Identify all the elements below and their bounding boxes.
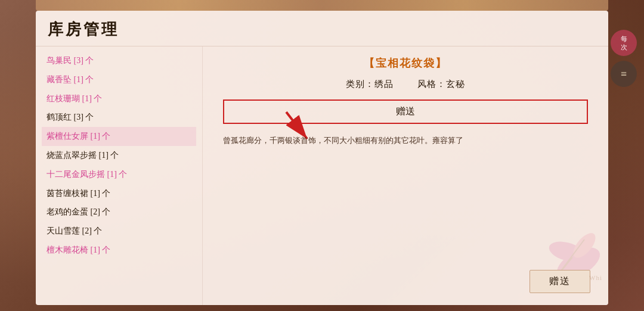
item-name: 宝相花纹袋: [376, 57, 435, 69]
flower-button[interactable]: 每次: [611, 30, 637, 56]
flower-btn-text: 每次: [621, 35, 627, 52]
list-item[interactable]: 老鸡的金蛋 [2] 个: [42, 203, 196, 222]
list-item[interactable]: 天山雪莲 [2] 个: [42, 222, 196, 241]
menu-button[interactable]: ≡: [611, 61, 637, 87]
style-label: 风格：玄秘: [417, 79, 465, 90]
list-item[interactable]: 檀木雕花椅 [1] 个: [42, 241, 196, 260]
title-bracket-open: 【: [364, 57, 376, 69]
list-item[interactable]: 鸟巢民 [3] 个: [42, 51, 196, 70]
list-item[interactable]: 藏香坠 [1] 个: [42, 70, 196, 89]
gift-button[interactable]: 赠送: [530, 270, 590, 293]
top-decorative-border: [36, 0, 608, 11]
list-item[interactable]: 红枝珊瑚 [1] 个: [42, 89, 196, 108]
panel-header: 库房管理: [36, 11, 608, 46]
title-bracket-close: 】: [435, 57, 447, 69]
category-label: 类别：绣品: [346, 79, 394, 90]
panel-body: 鸟巢民 [3] 个 藏香坠 [1] 个 红枝珊瑚 [1] 个 鹤顶红 [3] 个…: [36, 46, 608, 305]
list-item[interactable]: 十二尾金凤步摇 [1] 个: [42, 165, 196, 184]
panel-title: 库房管理: [48, 19, 596, 40]
list-item[interactable]: 茵苔缠枝裙 [1] 个: [42, 184, 196, 203]
menu-icon: ≡: [621, 68, 627, 80]
list-item[interactable]: 烧蓝点翠步摇 [1] 个: [42, 146, 196, 165]
arrow-indicator: [274, 106, 322, 156]
item-description: 曾孤花廊分，千两银谈首饰，不同大小粗细有别的其它花叶。雍容算了: [217, 133, 594, 147]
gift-label-in-box: 赠送: [396, 106, 415, 116]
detail-panel: 【宝相花纹袋】 类别：绣品 风格：玄秘: [203, 46, 608, 305]
item-title: 【宝相花纹袋】: [217, 56, 594, 70]
gift-button-container: 赠送: [530, 270, 590, 293]
right-buttons-panel: 每次 ≡: [611, 30, 637, 87]
main-panel: 库房管理 鸟巢民 [3] 个 藏香坠 [1] 个 红枝珊瑚 [1] 个 鹤顶红 …: [36, 11, 608, 305]
watermark: Whi: [589, 274, 602, 281]
list-item[interactable]: 鹤顶红 [3] 个: [42, 108, 196, 127]
item-meta: 类别：绣品 风格：玄秘: [217, 79, 594, 90]
inventory-list: 鸟巢民 [3] 个 藏香坠 [1] 个 红枝珊瑚 [1] 个 鹤顶红 [3] 个…: [36, 46, 203, 305]
list-item[interactable]: 紫檀仕女屏 [1] 个: [42, 127, 196, 146]
